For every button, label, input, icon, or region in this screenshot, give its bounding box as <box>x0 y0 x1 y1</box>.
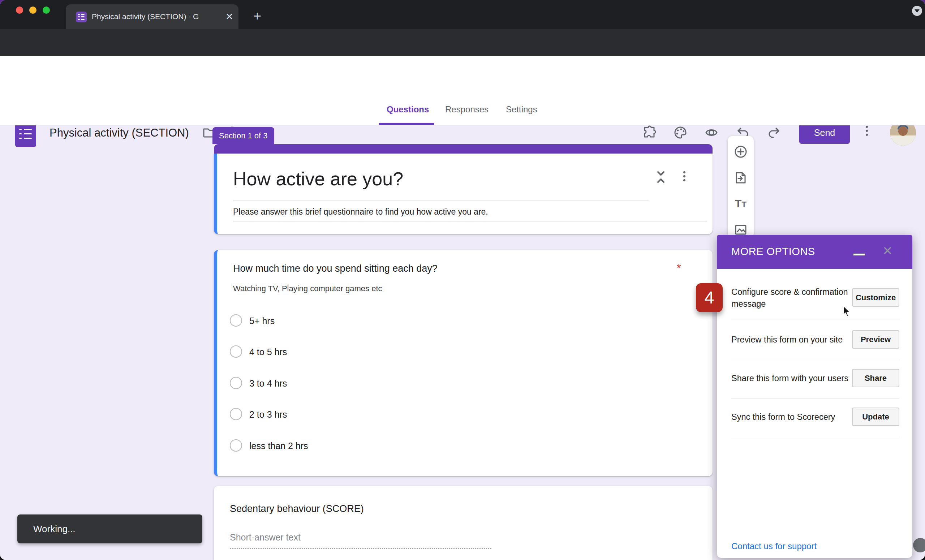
google-forms-favicon <box>76 12 87 23</box>
customize-button[interactable]: Customize <box>852 288 899 307</box>
panel-title: MORE OPTIONS <box>731 246 815 257</box>
divider <box>731 319 899 319</box>
active-tab-underline <box>379 123 434 125</box>
tab-questions[interactable]: Questions <box>387 104 429 114</box>
question-toolbar: TT <box>728 136 754 238</box>
divider <box>731 398 899 399</box>
short-answer-line <box>230 548 491 549</box>
panel-row-label: Preview this form on your site <box>731 334 851 346</box>
add-title-text-icon[interactable]: TT <box>733 197 749 213</box>
radio-circle-icon[interactable] <box>230 314 242 327</box>
contact-support-link[interactable]: Contact us for support <box>731 541 817 551</box>
form-header-card[interactable]: How active are you? Please answer this b… <box>214 154 713 234</box>
panel-row-label: Share this form with your users <box>731 372 851 384</box>
form-header-description[interactable]: Please answer this brief questionnaire t… <box>233 207 488 217</box>
minimize-icon[interactable] <box>853 254 865 256</box>
collapse-section-icon[interactable] <box>653 169 669 185</box>
tab-settings[interactable]: Settings <box>506 104 537 114</box>
sync-update-button[interactable]: Update <box>852 408 899 426</box>
tab-responses[interactable]: Responses <box>445 104 488 114</box>
question-description[interactable]: Watching TV, Playing computer games etc <box>233 284 382 294</box>
title-underline <box>233 200 649 201</box>
close-icon[interactable]: ✕ <box>882 244 893 258</box>
traffic-close-button[interactable] <box>16 6 23 14</box>
score-question-card[interactable]: Sedentary behaviour (SCORE) Short-answer… <box>214 486 713 560</box>
tab-search-icon[interactable] <box>912 6 922 16</box>
panel-header[interactable]: MORE OPTIONS ✕ <box>717 235 912 269</box>
working-toast: Working... <box>17 515 202 543</box>
traffic-minimize-button[interactable] <box>29 6 36 14</box>
radio-circle-icon[interactable] <box>230 377 242 389</box>
option-label[interactable]: 5+ hrs <box>249 316 275 326</box>
panel-row-label: Configure score & confirmation message <box>731 286 851 310</box>
question-card[interactable]: How much time do you spend sitting each … <box>214 250 713 476</box>
option-label[interactable]: 2 to 3 hrs <box>249 409 287 420</box>
option-label[interactable]: 4 to 5 hrs <box>249 347 287 357</box>
option-label[interactable]: 3 to 4 hrs <box>249 378 287 389</box>
share-button[interactable]: Share <box>852 369 899 387</box>
toast-message: Working... <box>33 524 75 535</box>
section-menu-kebab-icon[interactable] <box>683 169 685 183</box>
question-title[interactable]: How much time do you spend sitting each … <box>233 263 438 274</box>
option-label[interactable]: less than 2 hrs <box>249 441 308 451</box>
preview-eye-icon[interactable] <box>704 125 719 140</box>
tab-strip: Physical activity (SECTION) - G ✕ + <box>0 0 925 29</box>
customize-theme-palette-icon[interactable] <box>672 125 688 140</box>
description-underline <box>233 221 707 221</box>
tab-close-icon[interactable]: ✕ <box>223 11 236 23</box>
add-ons-puzzle-icon[interactable] <box>642 125 658 140</box>
browser-window: Physical activity (SECTION) - G ✕ + docs… <box>0 0 925 560</box>
annotation-step-badge: 4 <box>696 283 723 312</box>
divider <box>731 360 899 360</box>
panel-row-label: Sync this form to Scorecery <box>731 411 851 423</box>
form-header-title[interactable]: How active are you? <box>233 168 403 190</box>
radio-circle-icon[interactable] <box>230 345 242 358</box>
radio-circle-icon[interactable] <box>230 439 242 452</box>
redo-icon[interactable] <box>766 125 782 140</box>
required-asterisk: * <box>677 262 681 274</box>
form-title[interactable]: Physical activity (SECTION) <box>50 126 189 140</box>
browser-toolbar: docs.google.com/forms/d/1FChYsSU_XxkiDpg… <box>0 29 925 56</box>
browser-tab[interactable]: Physical activity (SECTION) - G ✕ <box>66 5 238 29</box>
mouse-cursor <box>838 302 853 318</box>
form-tabs-bar: Questions Responses Settings <box>0 96 925 125</box>
forms-header: Physical activity (SECTION) Send <box>0 56 925 96</box>
floating-helper-button[interactable] <box>913 538 925 552</box>
new-tab-button[interactable]: + <box>250 9 265 24</box>
divider <box>731 437 899 437</box>
more-menu-kebab-icon[interactable] <box>866 124 868 138</box>
more-options-panel: MORE OPTIONS ✕ Configure score & confirm… <box>717 235 912 558</box>
score-question-title[interactable]: Sedentary behaviour (SCORE) <box>230 503 364 515</box>
import-questions-icon[interactable] <box>733 170 749 186</box>
header-card-color-band <box>214 144 713 154</box>
traffic-zoom-button[interactable] <box>43 6 50 14</box>
short-answer-placeholder: Short-answer text <box>230 532 301 543</box>
add-question-icon[interactable] <box>733 144 749 160</box>
section-banner: Section 1 of 3 <box>212 127 274 144</box>
preview-button[interactable]: Preview <box>852 330 899 349</box>
radio-circle-icon[interactable] <box>230 408 242 420</box>
